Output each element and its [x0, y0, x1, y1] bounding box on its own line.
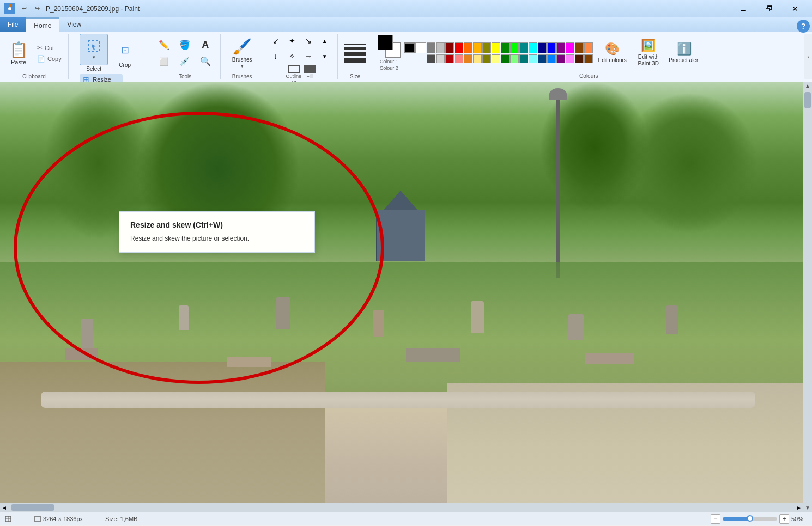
- edit-colours-button[interactable]: 🎨 Edit colours: [596, 34, 629, 72]
- color-indigo[interactable]: [556, 42, 565, 53]
- color-p2-3[interactable]: [445, 54, 454, 63]
- scroll-up-arrow[interactable]: ▲: [804, 82, 811, 90]
- shape-sparkle[interactable]: ✦: [285, 34, 299, 48]
- color-lime-dark[interactable]: [501, 42, 510, 53]
- size-3px[interactable]: [344, 47, 366, 50]
- color-yellow-dark[interactable]: [482, 42, 491, 53]
- color-p2-15[interactable]: [556, 54, 565, 63]
- color-gray1[interactable]: [427, 42, 435, 53]
- crop-btn-container: ⊡ Crop: [111, 38, 138, 68]
- color-brown[interactable]: [584, 42, 593, 53]
- zoom-slider[interactable]: [723, 517, 777, 521]
- scrollbar-vertical[interactable]: ▲ ▼: [803, 82, 812, 512]
- color-lime[interactable]: [510, 42, 519, 53]
- scrollbar-horizontal[interactable]: ◄ ►: [0, 503, 803, 512]
- size-8px[interactable]: [344, 58, 366, 63]
- colour1-box[interactable]: [378, 35, 393, 50]
- scroll-down-arrow[interactable]: ▼: [804, 504, 811, 512]
- color-blue-dark[interactable]: [538, 42, 547, 53]
- color-yellow[interactable]: [492, 42, 500, 53]
- fill-option[interactable]: Fill: [304, 65, 316, 79]
- color-p2-16[interactable]: [566, 54, 574, 63]
- eraser-tool[interactable]: ⬜: [155, 54, 173, 69]
- color-black[interactable]: [404, 42, 415, 53]
- shape-scroll-down[interactable]: ▼: [318, 49, 332, 63]
- color-red[interactable]: [455, 42, 463, 53]
- color-p2-12[interactable]: [529, 54, 537, 63]
- color-p2-14[interactable]: [547, 54, 556, 63]
- fill-tool[interactable]: 🪣: [175, 38, 194, 53]
- color-p2-7[interactable]: [482, 54, 491, 63]
- cut-button[interactable]: ✂ Cut: [35, 43, 64, 53]
- redo-button[interactable]: ↪: [32, 3, 43, 14]
- crop-button[interactable]: ⊡: [111, 38, 138, 62]
- paste-button[interactable]: 📋 Paste: [4, 38, 33, 69]
- outline-option[interactable]: Outline: [286, 65, 301, 79]
- scroll-thumb-horizontal[interactable]: [11, 504, 54, 511]
- size-1px[interactable]: [344, 44, 366, 45]
- product-alert-button[interactable]: ℹ️ Product alert: [668, 34, 701, 72]
- color-white[interactable]: [415, 42, 426, 53]
- color-p2-2[interactable]: [436, 54, 445, 63]
- zoom-control: − + 50%: [711, 514, 808, 524]
- close-button[interactable]: ✕: [783, 0, 808, 17]
- tab-view[interactable]: View: [59, 17, 89, 32]
- shape-star[interactable]: ✧: [285, 49, 299, 63]
- undo-button[interactable]: ↩: [19, 3, 29, 14]
- color-p2-11[interactable]: [519, 54, 528, 63]
- color-p2-10[interactable]: [510, 54, 519, 63]
- color-darkred[interactable]: [445, 42, 454, 53]
- clipboard-content: 📋 Paste ✂ Cut 📄 Copy: [4, 34, 64, 72]
- tab-file[interactable]: File: [0, 17, 26, 32]
- scroll-right-arrow[interactable]: ►: [795, 503, 803, 512]
- text-tool[interactable]: A: [196, 38, 215, 53]
- color-teal[interactable]: [529, 42, 537, 53]
- color-p2-6[interactable]: [473, 54, 482, 63]
- edit-paint3d-button[interactable]: 🖼️ Edit with Paint 3D: [632, 34, 665, 72]
- color-p2-13[interactable]: [538, 54, 547, 63]
- color-orange[interactable]: [473, 42, 482, 53]
- color-p2-17[interactable]: [575, 54, 584, 63]
- maximize-button[interactable]: 🗗: [756, 0, 781, 17]
- color-gray2[interactable]: [436, 42, 445, 53]
- color-picker-tool[interactable]: 💉: [175, 54, 194, 69]
- zoom-in-button[interactable]: +: [779, 514, 789, 524]
- size-5px[interactable]: [344, 52, 366, 56]
- zoom-out-button[interactable]: −: [711, 514, 720, 524]
- zoom-slider-thumb[interactable]: [747, 515, 753, 522]
- color-p2-1[interactable]: [427, 54, 435, 63]
- color-purple[interactable]: [566, 42, 574, 53]
- copy-button[interactable]: 📄 Copy: [35, 54, 64, 64]
- pencil-tool[interactable]: ✏️: [155, 38, 173, 53]
- shape-scroll-up[interactable]: ▲: [318, 34, 332, 48]
- select-button[interactable]: ▼: [80, 34, 108, 65]
- color-p2-18[interactable]: [584, 54, 593, 63]
- tab-home[interactable]: Home: [26, 17, 59, 32]
- shapes-grid: ↙ ✦ ↘ ▲ ↓ ✧ → ▼: [269, 34, 333, 63]
- shape-arrow-down-left[interactable]: ↙: [269, 34, 283, 48]
- color-p2-8[interactable]: [492, 54, 500, 63]
- shape-arrow-down[interactable]: ↓: [269, 49, 283, 63]
- scroll-thumb-vertical[interactable]: [804, 92, 811, 108]
- gazebo: [376, 191, 425, 261]
- color-p2-5[interactable]: [464, 54, 472, 63]
- minimize-button[interactable]: 🗕: [730, 0, 755, 17]
- scroll-left-arrow[interactable]: ◄: [0, 503, 9, 512]
- help-button[interactable]: ?: [797, 20, 810, 33]
- magnifier-tool[interactable]: 🔍: [196, 54, 215, 69]
- color-maroon[interactable]: [575, 42, 584, 53]
- gravestone-2: [179, 305, 189, 330]
- color-teal-dark[interactable]: [519, 42, 528, 53]
- shape-options-row: Outline Fill: [286, 65, 316, 79]
- shape-arrow-down-right[interactable]: ↘: [301, 34, 316, 48]
- dimensions-icon: [34, 516, 41, 522]
- color-p2-4[interactable]: [455, 54, 463, 63]
- gravestone-4: [373, 310, 384, 337]
- color-orange-dark[interactable]: [464, 42, 472, 53]
- color-p2-9[interactable]: [501, 54, 510, 63]
- tooltip-title: Resize and skew (Ctrl+W): [130, 221, 304, 229]
- brushes-button[interactable]: 🖌️ Brushes ▼: [226, 38, 258, 69]
- ribbon-scroll-right[interactable]: ›: [804, 34, 812, 79]
- color-blue[interactable]: [547, 42, 556, 53]
- shape-arrow-right[interactable]: →: [301, 49, 316, 63]
